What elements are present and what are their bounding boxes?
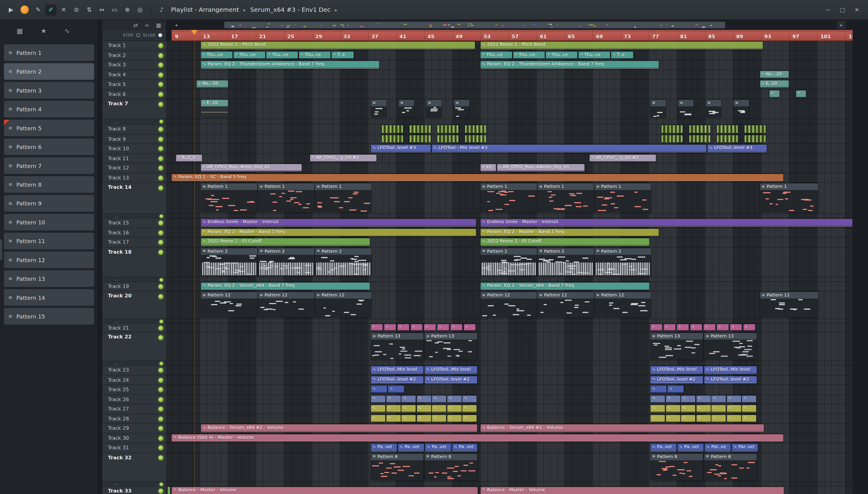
clip[interactable]: ≡Pattern 8 [371,453,423,480]
audio-preview-icon[interactable]: ♪ [156,4,167,15]
clip[interactable]: ∿ [666,405,680,413]
clip[interactable]: ∿ [696,395,711,403]
clip[interactable]: ∿Balance (Slot 4) - Master - Volume [172,434,783,441]
clip[interactable]: ∿ [650,415,665,422]
track-header[interactable]: Track 30 [102,433,166,443]
clip[interactable]: ∿Param. EQ 2 - Thunderstorm Ambience - B… [480,61,658,69]
collapsed-track-row[interactable]: ... [102,361,166,366]
clip[interactable]: ∿ [462,415,477,422]
track-header[interactable]: Track 12 [102,164,166,173]
clip[interactable]: ∿ [696,405,711,413]
clip[interactable]: » [796,90,806,97]
clip[interactable]: ∿ [650,385,666,393]
collapsed-track-row[interactable]: ... [102,277,166,282]
playback-tool-icon[interactable]: ◎ [134,4,145,15]
clip[interactable]: ∿ [711,415,726,422]
clip[interactable]: ∿ [447,395,461,403]
clip[interactable]: ∿LFOTool..level #2 [371,376,423,383]
clip[interactable]: » [690,324,702,330]
clip[interactable]: ∿ [727,405,741,413]
clip[interactable]: ∿ [401,395,416,403]
track-header[interactable]: Track 33 [102,486,166,494]
clip[interactable]: » [744,324,755,330]
clip[interactable]: ∿ [666,415,680,422]
track-header[interactable]: Track 26 [102,395,166,404]
track-led[interactable] [159,214,163,218]
clip[interactable]: » [424,324,436,330]
clip[interactable]: ∿LFOTool..level #3 [371,145,431,152]
clip[interactable]: ∿ [401,405,416,413]
clip[interactable]: »x1 [480,164,496,172]
clip[interactable]: ∿ [386,415,400,422]
clip[interactable]: ≡Pattern 12 [201,292,257,317]
clip[interactable]: ∿LFOTool..level #2 [425,376,477,383]
clip[interactable] [717,125,738,133]
clip[interactable]: ∿Pa..vel [425,444,451,451]
clip[interactable]: » [451,324,462,330]
track-led[interactable] [158,325,163,330]
collapsed-track-row[interactable]: ... [102,319,166,324]
clip[interactable]: ∿ [727,415,741,422]
clip[interactable] [689,135,710,142]
pattern-item[interactable]: ≡Pattern 1 [4,44,94,61]
track-led[interactable] [159,120,163,124]
clip[interactable]: ∿ [432,415,446,422]
clip[interactable]: ≡Pattern 12 [595,292,651,317]
clip[interactable]: ∿ [371,415,386,422]
clip[interactable]: ∿ [447,415,461,422]
track-header[interactable]: Track 24 [102,375,166,385]
zoom-tool-icon[interactable]: ⊕ [122,4,133,15]
clip[interactable]: »Thu..ce [513,51,545,59]
clip[interactable]: »Thu..ce [201,51,233,59]
clip[interactable]: ≡Pattern 1 [595,183,651,212]
clip[interactable]: ∿Param. EQ 2 - Serum_x64 - Band 7 freq [480,282,649,290]
track-header[interactable]: Track 23 [102,365,166,375]
track-led[interactable] [158,146,163,151]
track-led[interactable] [158,489,163,494]
track-header[interactable]: Track 19 [102,282,166,291]
clip[interactable]: »Thu..ce [480,51,512,59]
clip[interactable]: ≡Pattern 2 [537,248,594,276]
pattern-item[interactable]: ≡Pattern 9 [4,195,94,212]
clip[interactable]: ∿Endless Smile - Master - Intensit [480,219,852,227]
track-led[interactable] [158,92,163,97]
clip[interactable]: »R..2_2 [176,154,202,162]
clip[interactable]: ∿LFOTool - Mix level #3 [432,145,707,152]
horizontal-scrollbar[interactable]: ◂ [172,21,836,29]
track-header[interactable]: Track 15 [102,218,166,228]
clip[interactable]: ∿ [681,395,695,403]
clip[interactable]: ≡ [398,100,414,118]
clip[interactable]: ∿ [681,415,695,422]
minimize-button[interactable]: ─ [823,4,834,15]
clip[interactable]: ∿ [401,415,416,422]
draw-tool-icon[interactable]: ✎ [33,4,44,15]
clip[interactable] [410,135,431,142]
pattern-item[interactable]: ≡Pattern 5 [4,120,94,136]
track-header[interactable]: Track 27 [102,404,166,414]
clip[interactable]: ∿ [650,405,665,413]
clip[interactable]: »AR_CPV2_Run..A#min_Dry_01 [497,164,585,172]
mute-tool-icon[interactable]: ⊘ [71,4,82,15]
clip[interactable]: ∿ [447,405,461,413]
clip[interactable]: ∿ [416,395,431,403]
clip[interactable] [465,125,486,133]
track-header[interactable]: Track 22 [102,332,166,361]
clip[interactable]: ≡Pattern 12 [537,292,594,317]
track-led[interactable] [159,482,163,486]
track-led[interactable] [158,445,163,451]
breadcrumb-playlist[interactable]: Playlist - Arrangement [171,6,239,13]
track-header[interactable]: Track 4 [102,70,166,80]
clip[interactable] [745,135,766,142]
clip[interactable]: ∿2022 Reese 2 - Pitch Bend [480,42,763,49]
track-led[interactable] [158,240,163,245]
clip[interactable]: ≡Pattern 2 [258,248,314,276]
clip[interactable]: ∿Endless Smile - Master - Intensit [201,219,476,227]
clip[interactable]: ∿ [742,415,756,422]
star-view-icon[interactable]: ★ [41,27,47,35]
track-header[interactable]: Track 32 [102,453,166,482]
pattern-item[interactable]: ≡Pattern 2 [4,63,94,80]
clip[interactable]: ≡Pattern 13 [704,333,756,360]
clip[interactable]: ∿ [742,405,756,413]
clip[interactable]: » [397,324,409,330]
track-led[interactable] [158,156,163,161]
